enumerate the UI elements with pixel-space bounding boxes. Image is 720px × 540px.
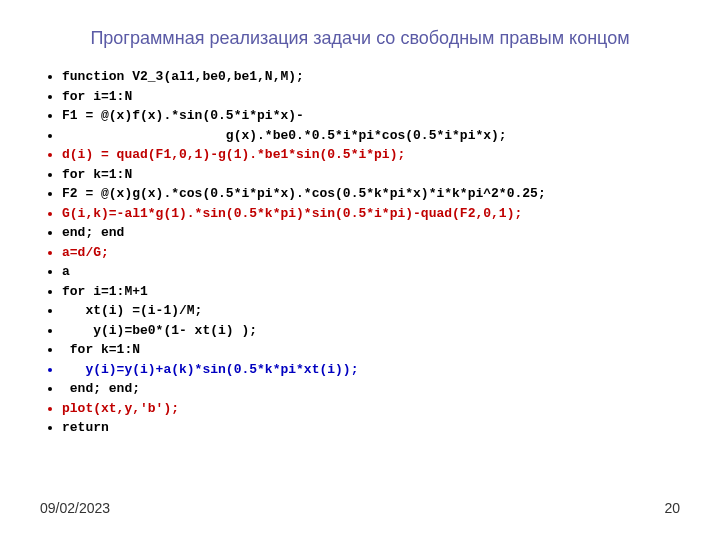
code-line: a=d/G; bbox=[62, 243, 680, 263]
code-line: y(i)=y(i)+a(k)*sin(0.5*k*pi*xt(i)); bbox=[62, 360, 680, 380]
code-line: for k=1:N bbox=[62, 340, 680, 360]
code-line: plot(xt,y,'b'); bbox=[62, 399, 680, 419]
code-line: G(i,k)=-al1*g(1).*sin(0.5*k*pi)*sin(0.5*… bbox=[62, 204, 680, 224]
code-line: for k=1:N bbox=[62, 165, 680, 185]
code-line: y(i)=be0*(1- xt(i) ); bbox=[62, 321, 680, 341]
code-line: end; end; bbox=[62, 379, 680, 399]
code-line: F2 = @(x)g(x).*cos(0.5*i*pi*x).*cos(0.5*… bbox=[62, 184, 680, 204]
footer-page-number: 20 bbox=[664, 500, 680, 516]
code-line: xt(i) =(i-1)/M; bbox=[62, 301, 680, 321]
code-list: function V2_3(al1,be0,be1,N,M);for i=1:N… bbox=[40, 67, 680, 438]
code-line: a bbox=[62, 262, 680, 282]
code-line: function V2_3(al1,be0,be1,N,M); bbox=[62, 67, 680, 87]
code-line: for i=1:N bbox=[62, 87, 680, 107]
code-line: return bbox=[62, 418, 680, 438]
code-line: F1 = @(x)f(x).*sin(0.5*i*pi*x)- bbox=[62, 106, 680, 126]
code-line: d(i) = quad(F1,0,1)-g(1).*be1*sin(0.5*i*… bbox=[62, 145, 680, 165]
code-line: for i=1:M+1 bbox=[62, 282, 680, 302]
footer-date: 09/02/2023 bbox=[40, 500, 110, 516]
code-line: end; end bbox=[62, 223, 680, 243]
slide-title: Программная реализация задачи со свободн… bbox=[40, 28, 680, 49]
code-line: g(x).*be0.*0.5*i*pi*cos(0.5*i*pi*x); bbox=[62, 126, 680, 146]
